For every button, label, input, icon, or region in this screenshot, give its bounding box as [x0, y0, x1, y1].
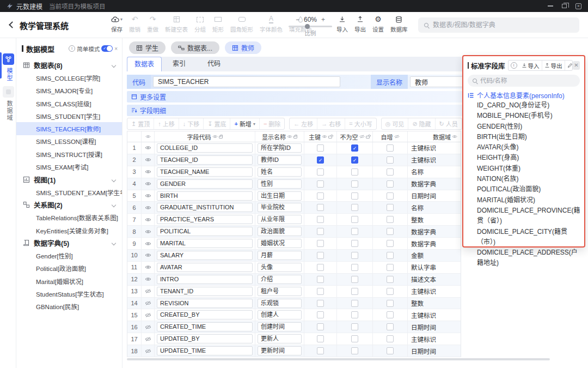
primary-key-checkbox[interactable] — [317, 192, 324, 200]
standard-field-item[interactable]: POLITICAL(政治面貌) — [468, 184, 580, 195]
toolbar-button[interactable]: 新建空表 — [162, 14, 191, 33]
primary-key-checkbox[interactable] — [317, 311, 324, 318]
mode-close-icon[interactable]: × — [114, 46, 118, 52]
lock-icon[interactable] — [219, 136, 223, 138]
info-button[interactable]: i — [509, 61, 519, 70]
not-null-checkbox[interactable] — [351, 144, 358, 152]
primary-key-checkbox[interactable] — [317, 335, 324, 342]
toolbar-button[interactable]: A 字体颜色 — [256, 14, 286, 33]
not-null-checkbox[interactable] — [351, 204, 358, 211]
auto-increment-checkbox[interactable] — [387, 216, 394, 223]
restore-icon[interactable] — [562, 4, 567, 8]
field-visibility-toggle[interactable] — [142, 286, 155, 297]
display-name-input[interactable]: 教师ID — [258, 155, 302, 165]
chevron-down-icon[interactable] — [112, 203, 116, 207]
toolbar-button[interactable]: 圆角矩形 — [227, 14, 256, 33]
display-name-input[interactable]: 所在学院ID — [258, 143, 302, 153]
field-code-input[interactable]: INTRO — [157, 275, 253, 284]
data-domain-cell[interactable]: 日期时间 — [408, 190, 461, 202]
not-null-checkbox[interactable] — [351, 311, 358, 318]
tree-item[interactable]: SIMS_EXAM[考试] — [16, 160, 122, 173]
tree-item[interactable]: 视图(1) — [16, 173, 122, 186]
data-domain-cell[interactable]: 日期时间 — [408, 345, 461, 357]
field-code-input[interactable]: AVATAR — [157, 263, 253, 272]
auto-increment-checkbox[interactable] — [387, 311, 394, 318]
toolbar-button[interactable]: ↶ 撤销 — [126, 14, 144, 33]
field-code-input[interactable]: TEACHER_ID — [157, 155, 253, 165]
unlock-icon[interactable] — [366, 136, 370, 138]
code-input[interactable] — [153, 76, 340, 87]
field-code-input[interactable]: POLITICAL — [157, 227, 253, 236]
chevron-down-icon[interactable] — [112, 241, 116, 245]
auto-increment-checkbox[interactable] — [387, 180, 394, 188]
field-code-input[interactable]: UPDATED_TIME — [157, 346, 253, 355]
header-action-button[interactable]: 导出 — [351, 14, 369, 33]
data-domain-cell[interactable]: 金额 — [408, 250, 461, 261]
data-domain-cell[interactable]: 名称 — [408, 202, 461, 213]
panel-action-button[interactable]: 导出 — [542, 61, 565, 70]
data-domain-cell[interactable]: 主键标识 — [408, 142, 461, 154]
field-code-input[interactable]: MARITAL — [157, 239, 253, 248]
auto-increment-checkbox[interactable] — [387, 252, 394, 259]
header-action-button[interactable]: ⚙ 设置 — [369, 14, 387, 33]
field-code-input[interactable]: BIRTH — [157, 191, 253, 201]
field-visibility-toggle[interactable] — [142, 238, 155, 249]
toolbar-button[interactable]: 矩形 — [209, 14, 227, 33]
auto-increment-checkbox[interactable] — [387, 288, 394, 295]
auto-increment-checkbox[interactable] — [387, 264, 394, 271]
zoom-slider[interactable] — [289, 26, 332, 27]
not-null-checkbox[interactable] — [351, 168, 358, 176]
header-action-button[interactable]: 数据库 — [387, 14, 411, 33]
primary-key-checkbox[interactable] — [317, 300, 324, 307]
data-domain-cell[interactable]: 数据字典 — [408, 238, 461, 249]
primary-key-checkbox[interactable] — [317, 180, 324, 188]
not-null-checkbox[interactable] — [351, 300, 358, 307]
not-null-checkbox[interactable] — [351, 347, 358, 354]
primary-key-checkbox[interactable] — [317, 276, 324, 283]
data-domain-cell[interactable]: 数据字典 — [408, 178, 461, 190]
global-search[interactable] — [418, 17, 579, 33]
primary-key-checkbox[interactable] — [317, 240, 324, 247]
field-visibility-toggle[interactable] — [142, 142, 155, 154]
display-name-input[interactable]: 乐观锁 — [258, 299, 302, 308]
document-tab[interactable]: 学生 — [129, 41, 166, 54]
field-visibility-toggle[interactable] — [142, 345, 155, 357]
primary-key-checkbox[interactable] — [317, 216, 324, 223]
auto-increment-checkbox[interactable] — [387, 347, 394, 354]
rail-item-data-domain[interactable] — [3, 86, 14, 98]
field-visibility-toggle[interactable] — [142, 309, 155, 321]
primary-key-checkbox[interactable] — [317, 144, 324, 152]
field-visibility-toggle[interactable] — [142, 202, 155, 213]
field-visibility-toggle[interactable] — [142, 178, 155, 190]
field-category[interactable]: 个人基本信息要素(personInfo) — [468, 91, 580, 100]
view-tab[interactable]: 索引 — [162, 57, 197, 71]
field-toolbar-button[interactable]: ↻ 人员 — [435, 118, 462, 129]
tree-item[interactable]: Political[政治面貌] — [16, 262, 122, 275]
field-toolbar-button[interactable]: + 新增 ▾ — [230, 118, 259, 129]
back-button[interactable] — [9, 21, 16, 28]
not-null-checkbox[interactable] — [351, 228, 358, 235]
panel-action-button[interactable]: 维护 — [565, 61, 573, 70]
view-tab[interactable]: 代码 — [197, 57, 231, 71]
standard-field-item[interactable]: GENDER(性别) — [468, 122, 580, 132]
tree-item[interactable]: 关系图(2) — [16, 198, 122, 211]
field-visibility-toggle[interactable] — [142, 190, 155, 202]
field-visibility-toggle[interactable] — [142, 226, 155, 237]
minimize-icon[interactable] — [548, 5, 553, 7]
tree-item[interactable]: SIMS_INSTRUCT[授课] — [16, 148, 122, 160]
auto-increment-checkbox[interactable] — [387, 228, 394, 235]
standard-field-item[interactable]: BIRTH(出生日期) — [468, 132, 580, 142]
unlock-icon[interactable] — [328, 136, 332, 138]
primary-key-checkbox[interactable] — [317, 228, 324, 235]
standard-field-item[interactable]: HEIGHT(身高) — [468, 153, 580, 163]
field-visibility-toggle[interactable] — [142, 262, 155, 273]
field-visibility-toggle[interactable] — [142, 321, 155, 333]
not-null-checkbox[interactable] — [351, 288, 358, 295]
tree-item[interactable]: SIMS_STUDENT[学生] — [16, 110, 122, 122]
auto-increment-checkbox[interactable] — [387, 204, 394, 211]
standard-field-item[interactable]: DOMICILE_PLACE_ADDRESS(户籍地址) — [468, 248, 580, 269]
field-code-input[interactable]: GRADUATE_INSTITUTION — [157, 203, 253, 212]
document-tab[interactable]: 数据表... — [171, 41, 219, 54]
tree-item[interactable]: StudentStatus[学生状态] — [16, 287, 122, 300]
zoom-out-button[interactable]: − — [296, 16, 299, 23]
